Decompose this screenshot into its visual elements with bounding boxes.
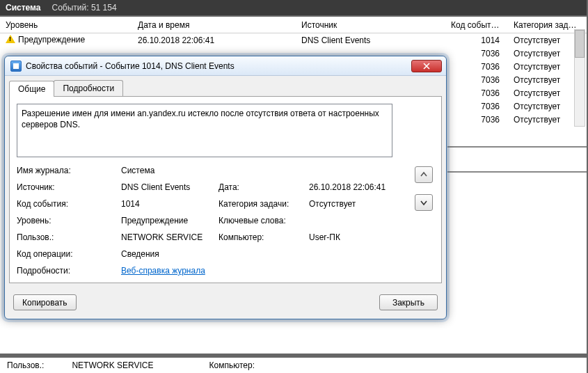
value-opcode: Сведения	[121, 249, 427, 259]
link-online-help[interactable]: Веб-справка журнала	[121, 266, 205, 276]
cell-code: 7036	[445, 60, 508, 74]
preview-computer-label: Компьютер:	[209, 360, 255, 370]
log-header: Система Событий: 51 154	[0, 0, 587, 15]
event-description[interactable]: Разрешение имен для имени an.yandex.ru и…	[17, 104, 392, 157]
value-date: 26.10.2018 22:06:41	[309, 182, 427, 192]
tab-details[interactable]: Подробности	[54, 80, 123, 96]
cell-category: Отсутствует	[508, 113, 585, 127]
label-date: Дата:	[218, 182, 309, 192]
col-level[interactable]: Уровень	[0, 18, 132, 32]
tab-panel-general: Разрешение имен для имени an.yandex.ru и…	[9, 96, 442, 283]
event-fields: Имя журнала: Система Источник: DNS Clien…	[17, 166, 392, 276]
label-log-name: Имя журнала:	[17, 166, 121, 175]
dialog-title: Свойства событий - Событие 1014, DNS Cli…	[26, 61, 407, 71]
cell-category: Отсутствует	[508, 86, 585, 100]
cell-code: 7036	[445, 47, 508, 61]
close-button[interactable]	[411, 60, 442, 72]
col-source[interactable]: Источник	[296, 18, 445, 32]
scrollbar[interactable]	[574, 29, 585, 127]
copy-button[interactable]: Копировать	[13, 294, 77, 310]
col-code[interactable]: Код события	[445, 18, 508, 32]
label-keywords: Ключевые слова:	[218, 216, 309, 225]
value-level: Предупреждение	[121, 216, 218, 225]
cell-code: 7036	[445, 86, 508, 100]
label-user: Пользов.:	[17, 232, 121, 242]
cell-date	[132, 51, 296, 56]
log-title: Система	[6, 3, 41, 13]
value-log-name: Система	[121, 166, 427, 175]
value-user: NETWORK SERVICE	[121, 232, 218, 242]
app-icon	[10, 61, 22, 72]
tabs: Общие Подробности	[9, 80, 442, 96]
preview-stub: Пользов.: NETWORK SERVICE Компьютер:	[0, 356, 587, 373]
cell-date: 26.10.2018 22:06:41	[132, 33, 296, 47]
cell-category: Отсутствует	[508, 73, 585, 87]
cell-level: Предупреждение	[18, 35, 85, 45]
next-event-button[interactable]	[415, 194, 433, 211]
label-task-category: Категория задачи:	[218, 199, 309, 209]
value-task-category: Отсутствует	[309, 199, 427, 209]
cell-code: 1014	[445, 33, 508, 47]
cell-category: Отсутствует	[508, 33, 585, 47]
cell-category: Отсутствует	[508, 60, 585, 74]
dialog-titlebar[interactable]: Свойства событий - Событие 1014, DNS Cli…	[5, 56, 446, 76]
value-computer: User-ПК	[309, 232, 427, 242]
event-properties-dialog: Свойства событий - Событие 1014, DNS Cli…	[4, 56, 447, 319]
value-keywords	[309, 216, 427, 225]
list-header: Уровень Дата и время Источник Код событи…	[0, 17, 587, 33]
close-dialog-button[interactable]: Закрыть	[379, 294, 438, 310]
label-event-id: Код события:	[17, 199, 121, 209]
value-event-id: 1014	[121, 199, 218, 209]
value-source: DNS Client Events	[121, 182, 218, 192]
cell-source: DNS Client Events	[296, 33, 445, 47]
label-source: Источник:	[17, 182, 121, 192]
label-computer: Компьютер:	[218, 232, 309, 242]
cell-code: 7036	[445, 73, 508, 87]
label-more-info: Подробности:	[17, 266, 121, 276]
col-category[interactable]: Категория задачи	[508, 18, 585, 32]
label-opcode: Код операции:	[17, 249, 121, 259]
prev-event-button[interactable]	[415, 166, 433, 183]
cell-category: Отсутствует	[508, 100, 585, 113]
tab-general[interactable]: Общие	[9, 81, 54, 97]
cell-code: 7036	[445, 113, 508, 127]
label-level: Уровень:	[17, 216, 121, 225]
preview-user-label: Пользов.: NETWORK SERVICE	[7, 360, 154, 370]
scrollbar-thumb[interactable]	[575, 30, 585, 58]
warning-icon	[6, 35, 15, 45]
cell-source	[296, 51, 445, 56]
cell-code: 7036	[445, 100, 508, 113]
col-date[interactable]: Дата и время	[132, 18, 296, 32]
event-count: Событий: 51 154	[52, 3, 117, 13]
table-row[interactable]: Предупреждение26.10.2018 22:06:41DNS Cli…	[0, 33, 587, 47]
cell-category: Отсутствует	[508, 47, 585, 61]
